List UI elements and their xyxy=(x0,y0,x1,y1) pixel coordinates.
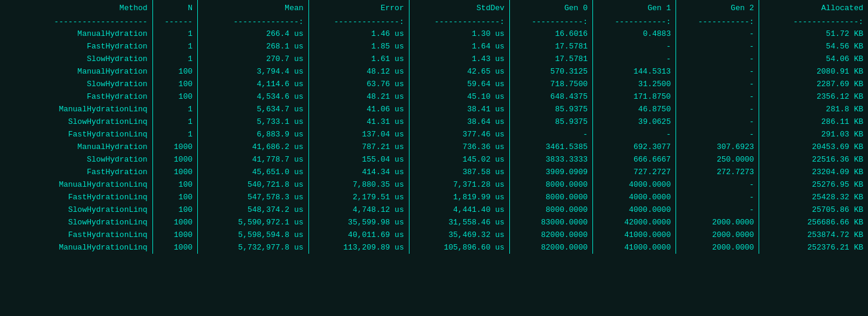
cell-row8-col7: - xyxy=(676,128,759,141)
cell-row7-col5: 85.9375 xyxy=(509,116,592,128)
cell-row8-col2: 6,883.9 us xyxy=(198,128,309,141)
cell-row7-col0: SlowHydrationLinq xyxy=(0,116,152,128)
cell-row9-col8: 20453.69 KB xyxy=(759,141,868,153)
cell-row12-col7: - xyxy=(676,178,759,191)
table-row: FastHydrationLinq16,883.9 us137.04 us377… xyxy=(0,128,868,141)
separator-error: --------------: xyxy=(308,16,409,28)
cell-row15-col4: 31,558.46 us xyxy=(409,216,509,229)
cell-row12-col1: 100 xyxy=(152,178,197,191)
cell-row8-col0: FastHydrationLinq xyxy=(0,128,152,141)
separator-mean: --------------: xyxy=(198,16,309,28)
cell-row2-col4: 1.43 us xyxy=(409,53,509,65)
header-gen2: Gen 2 xyxy=(676,0,759,16)
cell-row10-col4: 145.02 us xyxy=(409,153,509,166)
separator-n: ------ xyxy=(152,16,197,28)
cell-row11-col1: 1000 xyxy=(152,166,197,178)
cell-row12-col2: 540,721.8 us xyxy=(198,178,309,191)
cell-row4-col1: 100 xyxy=(152,78,197,90)
cell-row12-col6: 4000.0000 xyxy=(593,178,676,191)
cell-row0-col1: 1 xyxy=(152,28,197,40)
cell-row0-col5: 16.6016 xyxy=(509,28,592,40)
cell-row7-col6: 39.0625 xyxy=(593,116,676,128)
cell-row5-col3: 48.21 us xyxy=(308,90,409,103)
table-row: ManualHydration1003,794.4 us48.12 us42.6… xyxy=(0,65,868,78)
table-row: SlowHydration1004,114.6 us63.76 us59.64 … xyxy=(0,78,868,90)
cell-row9-col5: 3461.5385 xyxy=(509,141,592,153)
cell-row4-col2: 4,114.6 us xyxy=(198,78,309,90)
cell-row13-col2: 547,578.3 us xyxy=(198,191,309,203)
cell-row1-col4: 1.64 us xyxy=(409,40,509,53)
separator-allocated: --------------: xyxy=(759,16,868,28)
cell-row17-col6: 41000.0000 xyxy=(593,241,676,254)
cell-row13-col8: 25428.32 KB xyxy=(759,191,868,203)
separator-stddev: --------------: xyxy=(409,16,509,28)
cell-row6-col2: 5,634.7 us xyxy=(198,103,309,116)
cell-row15-col6: 42000.0000 xyxy=(593,216,676,229)
cell-row13-col5: 8000.0000 xyxy=(509,191,592,203)
cell-row2-col5: 17.5781 xyxy=(509,53,592,65)
cell-row7-col4: 38.64 us xyxy=(409,116,509,128)
cell-row1-col5: 17.5781 xyxy=(509,40,592,53)
cell-row11-col4: 387.58 us xyxy=(409,166,509,178)
cell-row4-col8: 2287.69 KB xyxy=(759,78,868,90)
cell-row6-col3: 41.06 us xyxy=(308,103,409,116)
cell-row15-col3: 35,599.98 us xyxy=(308,216,409,229)
cell-row12-col5: 8000.0000 xyxy=(509,178,592,191)
cell-row13-col0: FastHydrationLinq xyxy=(0,191,152,203)
cell-row6-col5: 85.9375 xyxy=(509,103,592,116)
cell-row10-col0: SlowHydration xyxy=(0,153,152,166)
cell-row3-col8: 2080.91 KB xyxy=(759,65,868,78)
cell-row8-col3: 137.04 us xyxy=(308,128,409,141)
cell-row17-col1: 1000 xyxy=(152,241,197,254)
cell-row2-col6: - xyxy=(593,53,676,65)
benchmark-table-container: Method N Mean Error StdDev Gen 0 Gen 1 G… xyxy=(0,0,868,254)
cell-row14-col2: 548,374.2 us xyxy=(198,203,309,216)
cell-row9-col3: 787.21 us xyxy=(308,141,409,153)
cell-row9-col1: 1000 xyxy=(152,141,197,153)
table-row: SlowHydrationLinq10005,590,972.1 us35,59… xyxy=(0,216,868,229)
table-row: FastHydration1268.1 us1.85 us1.64 us17.5… xyxy=(0,40,868,53)
cell-row4-col6: 31.2500 xyxy=(593,78,676,90)
separator-gen1: -----------: xyxy=(593,16,676,28)
cell-row5-col0: FastHydration xyxy=(0,90,152,103)
cell-row14-col0: SlowHydrationLinq xyxy=(0,203,152,216)
header-gen0: Gen 0 xyxy=(509,0,592,16)
cell-row11-col0: FastHydration xyxy=(0,166,152,178)
cell-row4-col3: 63.76 us xyxy=(308,78,409,90)
cell-row8-col6: - xyxy=(593,128,676,141)
cell-row4-col0: SlowHydration xyxy=(0,78,152,90)
cell-row17-col7: 2000.0000 xyxy=(676,241,759,254)
cell-row6-col7: - xyxy=(676,103,759,116)
table-header-row: Method N Mean Error StdDev Gen 0 Gen 1 G… xyxy=(0,0,868,16)
cell-row15-col8: 256686.66 KB xyxy=(759,216,868,229)
cell-row17-col2: 5,732,977.8 us xyxy=(198,241,309,254)
cell-row4-col4: 59.64 us xyxy=(409,78,509,90)
cell-row10-col7: 250.0000 xyxy=(676,153,759,166)
table-row: SlowHydrationLinq15,733.1 us41.31 us38.6… xyxy=(0,116,868,128)
cell-row0-col4: 1.30 us xyxy=(409,28,509,40)
cell-row6-col4: 38.41 us xyxy=(409,103,509,116)
header-gen1: Gen 1 xyxy=(593,0,676,16)
cell-row5-col2: 4,534.6 us xyxy=(198,90,309,103)
cell-row0-col3: 1.46 us xyxy=(308,28,409,40)
cell-row5-col1: 100 xyxy=(152,90,197,103)
table-row: FastHydration100045,651.0 us414.34 us387… xyxy=(0,166,868,178)
table-row: FastHydrationLinq100547,578.3 us2,179.51… xyxy=(0,191,868,203)
cell-row12-col8: 25276.95 KB xyxy=(759,178,868,191)
cell-row5-col7: - xyxy=(676,90,759,103)
cell-row2-col2: 270.7 us xyxy=(198,53,309,65)
cell-row6-col8: 281.8 KB xyxy=(759,103,868,116)
cell-row14-col7: - xyxy=(676,203,759,216)
table-row: ManualHydration100041,686.2 us787.21 us7… xyxy=(0,141,868,153)
cell-row4-col5: 718.7500 xyxy=(509,78,592,90)
separator-gen2: -----------: xyxy=(676,16,759,28)
cell-row12-col3: 7,880.35 us xyxy=(308,178,409,191)
cell-row13-col6: 4000.0000 xyxy=(593,191,676,203)
cell-row3-col4: 42.65 us xyxy=(409,65,509,78)
cell-row0-col8: 51.72 KB xyxy=(759,28,868,40)
header-n: N xyxy=(152,0,197,16)
cell-row2-col0: SlowHydration xyxy=(0,53,152,65)
table-row: ManualHydrationLinq10005,732,977.8 us113… xyxy=(0,241,868,254)
cell-row16-col2: 5,598,594.8 us xyxy=(198,229,309,241)
cell-row11-col2: 45,651.0 us xyxy=(198,166,309,178)
